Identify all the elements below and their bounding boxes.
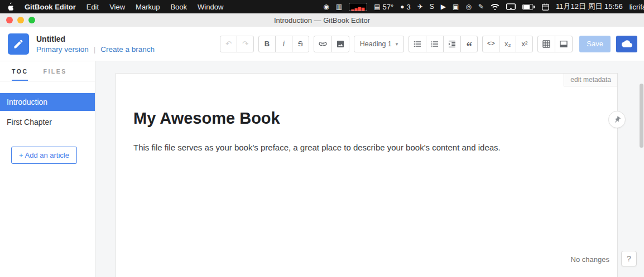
editor-toolbar: Untitled Primary version | Create a bran… bbox=[0, 27, 644, 61]
format-group: B i S bbox=[258, 36, 309, 52]
wifi-icon[interactable] bbox=[491, 3, 499, 10]
redo-button[interactable]: ↷ bbox=[237, 36, 254, 52]
blockquote-button[interactable]: “ bbox=[460, 36, 478, 52]
numbered-list-icon bbox=[430, 40, 439, 48]
window-titlebar: Introduction — GitBook Editor bbox=[0, 13, 644, 27]
heading-select[interactable]: Heading 1 ▾ bbox=[354, 36, 405, 52]
window-title: Introduction — GitBook Editor bbox=[274, 16, 370, 25]
toc-item-introduction[interactable]: Introduction bbox=[0, 93, 95, 111]
traffic-lights bbox=[6, 17, 35, 23]
gitbook-logo bbox=[8, 33, 29, 55]
table-group bbox=[537, 36, 573, 52]
sidebar: TOC FILES Introduction First Chapter + A… bbox=[0, 61, 95, 277]
link-icon bbox=[318, 39, 328, 48]
document-paragraph[interactable]: This file file serves as your book's pre… bbox=[133, 143, 600, 152]
menu-view[interactable]: View bbox=[109, 3, 125, 11]
pin-icon bbox=[612, 114, 622, 125]
insert-block-button[interactable] bbox=[555, 36, 573, 52]
help-button[interactable]: ? bbox=[621, 251, 637, 266]
close-window-button[interactable] bbox=[6, 17, 13, 23]
primary-version-link[interactable]: Primary version bbox=[36, 45, 89, 54]
insert-group bbox=[314, 36, 349, 52]
macos-menubar: GitBook Editor Edit View Markup Book Win… bbox=[0, 0, 644, 13]
battery-icon[interactable] bbox=[522, 4, 535, 10]
menu-markup[interactable]: Markup bbox=[136, 3, 160, 11]
create-branch-link[interactable]: Create a branch bbox=[100, 45, 155, 54]
loupe-icon[interactable]: ◎ bbox=[465, 3, 471, 10]
code-group: <> x₂ x² bbox=[482, 36, 533, 52]
heading-select-value: Heading 1 bbox=[360, 40, 392, 48]
superscript-button[interactable]: x² bbox=[516, 36, 533, 52]
numbered-list-button[interactable] bbox=[426, 36, 444, 52]
document-card: edit metadata My Awesome Book This file … bbox=[116, 73, 618, 277]
screen-mirroring-icon[interactable] bbox=[506, 3, 516, 11]
toc-list: Introduction First Chapter bbox=[0, 93, 95, 133]
list-group: “ bbox=[408, 36, 478, 52]
temp-graph-icon: ▤ bbox=[374, 3, 380, 10]
cpu-meter-icon[interactable]: ▂▄▆▅ bbox=[349, 3, 367, 11]
telegram-icon[interactable]: ▶ bbox=[441, 3, 446, 10]
code-button[interactable]: <> bbox=[482, 36, 499, 52]
pen-icon[interactable]: ✎ bbox=[478, 3, 484, 10]
table-icon bbox=[542, 40, 551, 48]
apple-menu-icon[interactable] bbox=[7, 2, 14, 11]
zoom-window-button[interactable] bbox=[28, 17, 35, 23]
notification-icon: ● bbox=[400, 3, 404, 10]
vertical-scrollbar[interactable] bbox=[640, 84, 643, 148]
box-app-icon[interactable]: ▣ bbox=[453, 3, 459, 10]
bullet-list-button[interactable] bbox=[408, 36, 426, 52]
add-article-button[interactable]: + Add an article bbox=[11, 147, 77, 164]
bold-button[interactable]: B bbox=[258, 36, 276, 52]
publish-upload-button[interactable] bbox=[616, 36, 637, 52]
bullet-list-icon bbox=[413, 40, 422, 48]
weather-status[interactable]: ▤ 57° bbox=[374, 3, 393, 11]
version-divider: | bbox=[94, 45, 96, 54]
image-button[interactable] bbox=[331, 36, 349, 52]
plane-icon[interactable]: ✈ bbox=[417, 3, 423, 10]
status-graph-icon[interactable]: ▥ bbox=[336, 3, 342, 10]
indent-list-button[interactable] bbox=[443, 36, 461, 52]
save-button[interactable]: Save bbox=[579, 36, 611, 52]
pin-button[interactable] bbox=[608, 111, 626, 128]
menu-book[interactable]: Book bbox=[170, 3, 187, 11]
menubar-user[interactable]: licrifa bbox=[629, 3, 644, 11]
toc-item-first-chapter[interactable]: First Chapter bbox=[0, 113, 95, 131]
tab-files[interactable]: FILES bbox=[43, 61, 66, 81]
indent-icon bbox=[448, 40, 456, 48]
status-app-icon[interactable]: ◉ bbox=[323, 3, 329, 10]
minimize-window-button[interactable] bbox=[17, 17, 24, 23]
cloud-upload-icon bbox=[622, 38, 632, 49]
editor-content-area: edit metadata My Awesome Book This file … bbox=[95, 61, 644, 277]
strikethrough-button[interactable]: S bbox=[292, 36, 309, 52]
document-title[interactable]: My Awesome Book bbox=[133, 109, 600, 128]
calendar-icon[interactable] bbox=[542, 3, 549, 11]
changes-status-label: No changes bbox=[571, 255, 609, 264]
undo-button[interactable]: ↶ bbox=[220, 36, 237, 52]
block-icon bbox=[559, 40, 568, 48]
notification-count: 3 bbox=[407, 3, 411, 11]
menu-edit[interactable]: Edit bbox=[86, 3, 99, 11]
menu-window[interactable]: Window bbox=[198, 3, 223, 11]
sidebar-tabs: TOC FILES bbox=[0, 61, 95, 81]
edit-metadata-button[interactable]: edit metadata bbox=[564, 74, 617, 86]
tab-toc[interactable]: TOC bbox=[12, 61, 28, 81]
book-title: Untitled bbox=[36, 35, 155, 43]
image-icon bbox=[336, 40, 345, 48]
history-group: ↶ ↷ bbox=[220, 36, 254, 52]
link-button[interactable] bbox=[314, 36, 332, 52]
chevron-down-icon: ▾ bbox=[396, 41, 398, 47]
table-button[interactable] bbox=[537, 36, 555, 52]
menubar-app-name[interactable]: GitBook Editor bbox=[25, 3, 76, 11]
notification-status[interactable]: ● 3 bbox=[400, 3, 410, 11]
italic-button[interactable]: i bbox=[275, 36, 292, 52]
heading-group: Heading 1 ▾ bbox=[354, 36, 405, 52]
subscript-button[interactable]: x₂ bbox=[499, 36, 516, 52]
menubar-datetime[interactable]: 11月12日 周日 15:56 bbox=[556, 2, 623, 12]
s-app-icon[interactable]: S bbox=[430, 3, 434, 10]
temperature-label: 57° bbox=[383, 3, 394, 11]
